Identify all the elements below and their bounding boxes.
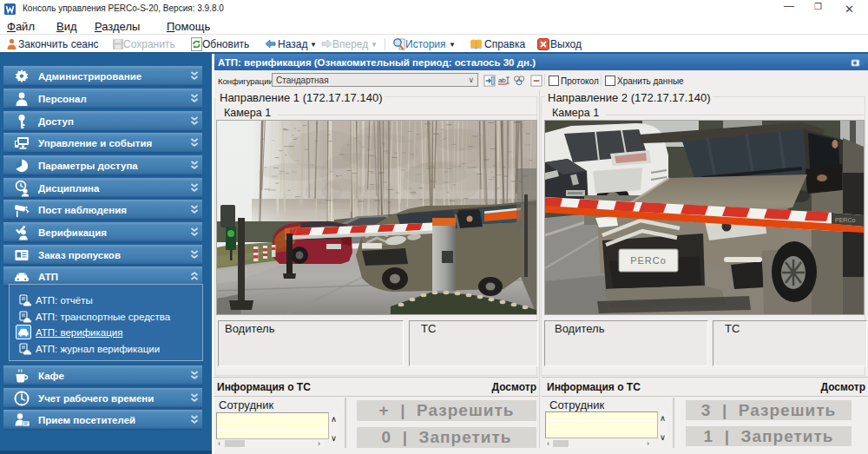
svg-text:ab: ab <box>498 76 506 84</box>
svg-text:PERCo: PERCo <box>835 217 855 223</box>
svg-text:PERCo: PERCo <box>630 255 667 266</box>
